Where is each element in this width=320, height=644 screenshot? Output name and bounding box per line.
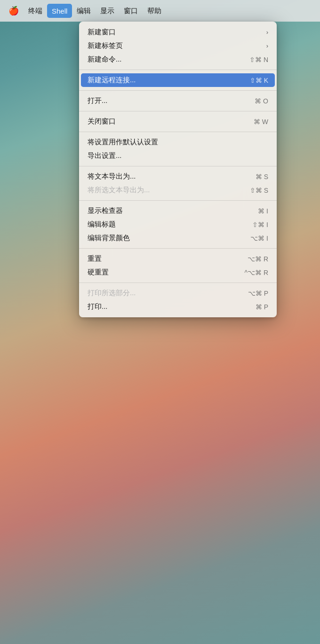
separator-5: [79, 166, 277, 166]
menu-item-edit-bg-color[interactable]: 编辑背景颜色 ⌥⌘ I: [79, 231, 277, 245]
menu-item-export-selected-text: 将所选文本导出为... ⇧⌘ S: [79, 183, 277, 197]
separator-4: [79, 132, 277, 132]
menu-group-close: 关闭窗口 ⌘ W: [79, 114, 277, 129]
menubar: 🍎 终端 Shell 编辑 显示 窗口 帮助: [0, 0, 320, 22]
menu-item-new-tab[interactable]: 新建标签页 ›: [79, 39, 277, 53]
menu-item-new-window[interactable]: 新建窗口 ›: [79, 25, 277, 39]
separator-3: [79, 111, 277, 111]
menu-item-export-settings[interactable]: 导出设置...: [79, 149, 277, 163]
menu-group-remote: 新建远程连接... ⇧⌘ K: [79, 72, 277, 88]
menu-group-open: 打开... ⌘ O: [79, 93, 277, 109]
separator-1: [79, 70, 277, 70]
menubar-item-terminal[interactable]: 终端: [24, 4, 47, 18]
menu-item-set-default[interactable]: 将设置用作默认认设置: [79, 135, 277, 149]
menu-item-reset[interactable]: 重置 ⌥⌘ R: [79, 252, 277, 266]
menu-item-new-remote[interactable]: 新建远程连接... ⇧⌘ K: [81, 73, 275, 87]
menu-item-edit-title[interactable]: 编辑标题 ⇧⌘ I: [79, 218, 277, 231]
menu-group-inspector: 显示检查器 ⌘ I 编辑标题 ⇧⌘ I 编辑背景颜色 ⌥⌘ I: [79, 203, 277, 246]
menu-group-export: 将文本导出为... ⌘ S 将所选文本导出为... ⇧⌘ S: [79, 169, 277, 198]
menu-item-close-window[interactable]: 关闭窗口 ⌘ W: [79, 115, 277, 128]
chevron-right-icon: ›: [266, 42, 268, 49]
menubar-item-shell[interactable]: Shell: [47, 4, 72, 18]
menu-item-export-text[interactable]: 将文本导出为... ⌘ S: [79, 170, 277, 183]
separator-6: [79, 200, 277, 201]
shell-dropdown-menu: 新建窗口 › 新建标签页 › 新建命令... ⇧⌘ N 新建远程连接... ⇧⌘…: [79, 22, 277, 317]
menubar-item-help[interactable]: 帮助: [143, 4, 166, 18]
menu-group-print: 打印所选部分... ⌥⌘ P 打印... ⌘ P: [79, 285, 277, 314]
separator-7: [79, 248, 277, 249]
menu-item-print-selection: 打印所选部分... ⌥⌘ P: [79, 286, 277, 300]
menu-item-open[interactable]: 打开... ⌘ O: [79, 94, 277, 108]
menu-group-settings: 将设置用作默认认设置 导出设置...: [79, 134, 277, 164]
menubar-item-edit[interactable]: 编辑: [72, 4, 96, 18]
menu-group-new: 新建窗口 › 新建标签页 › 新建命令... ⇧⌘ N: [79, 24, 277, 67]
menu-group-reset: 重置 ⌥⌘ R 硬重置 ^⌥⌘ R: [79, 251, 277, 280]
separator-2: [79, 90, 277, 91]
separator-8: [79, 283, 277, 283]
apple-icon: 🍎: [8, 6, 19, 16]
menu-item-new-command[interactable]: 新建命令... ⇧⌘ N: [79, 53, 277, 66]
menubar-item-display[interactable]: 显示: [96, 4, 119, 18]
apple-menu[interactable]: 🍎: [4, 4, 24, 18]
menu-item-print[interactable]: 打印... ⌘ P: [79, 300, 277, 314]
menu-item-hard-reset[interactable]: 硬重置 ^⌥⌘ R: [79, 266, 277, 279]
menu-item-show-inspector[interactable]: 显示检查器 ⌘ I: [79, 204, 277, 218]
chevron-right-icon: ›: [266, 29, 268, 36]
menubar-item-window[interactable]: 窗口: [119, 4, 143, 18]
